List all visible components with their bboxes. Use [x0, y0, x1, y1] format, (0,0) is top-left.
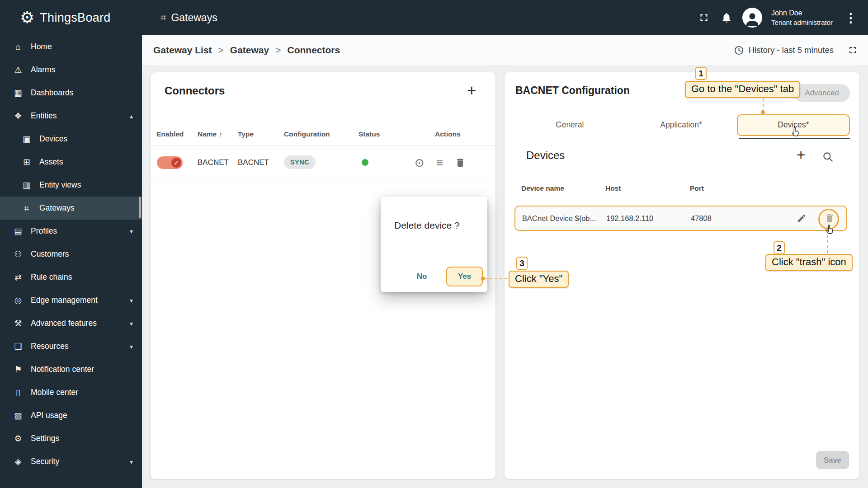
avatar[interactable] [742, 8, 762, 28]
sidebar-scrollbar[interactable] [139, 197, 141, 218]
breadcrumb-actions: History - last 5 minutes [734, 45, 858, 56]
gateways-icon: ⌗ [21, 203, 33, 213]
mobile-center-icon: ▯ [12, 387, 24, 398]
advanced-mode-toggle[interactable]: Advanced [794, 84, 850, 102]
dialog-yes-button[interactable]: Yes [446, 267, 483, 286]
save-button[interactable]: Save [816, 451, 849, 469]
sidebar-item-mobile-center[interactable]: ▯Mobile center [0, 381, 142, 404]
chevron-down-icon: ▾ [130, 228, 133, 235]
sidebar-item-home[interactable]: ⌂Home [0, 35, 142, 58]
sidebar-item-customers[interactable]: ⚇Customers [0, 243, 142, 266]
logs-icon[interactable]: ≡ [436, 157, 443, 169]
sidebar-item-gateways[interactable]: ⌗Gateways [0, 197, 142, 220]
sidebar-item-devices[interactable]: ▣Devices [0, 127, 142, 150]
topbar-actions: John Doe Tenant administrator ⋮ [697, 0, 860, 35]
history-range-label: History - last 5 minutes [749, 45, 834, 55]
history-range-button[interactable]: History - last 5 minutes [734, 45, 834, 56]
edit-device-icon[interactable] [797, 213, 807, 223]
sidebar-item-api-usage[interactable]: ▨API usage [0, 404, 142, 427]
col-status: Status [359, 123, 380, 145]
dialog-no-button[interactable]: No [407, 267, 437, 286]
connector-type: BACNET [238, 145, 269, 179]
device-name: BACnet Device ${ob... [522, 206, 596, 230]
sidebar-item-security[interactable]: ◈Security▾ [0, 450, 142, 473]
sidebar-item-settings[interactable]: ⚙Settings [0, 427, 142, 450]
sidebar-item-rule-chains[interactable]: ⇄Rule chains [0, 266, 142, 289]
breadcrumb-separator: > [275, 45, 281, 56]
annotation-connector-line [763, 99, 764, 112]
col-name[interactable]: Name↑ [198, 123, 222, 145]
advanced-features-icon: ⚒ [12, 318, 24, 328]
breadcrumb-gateway-list[interactable]: Gateway List [153, 45, 212, 56]
clock-icon [734, 45, 744, 56]
tab-general[interactable]: General [514, 111, 625, 139]
connectors-title: Connectors [165, 84, 225, 97]
chevron-down-icon: ▾ [130, 320, 133, 327]
chevron-down-icon: ▾ [130, 458, 133, 465]
thingsboard-logo[interactable]: ⚙ ThingsBoard [20, 0, 111, 35]
device-row[interactable]: BACnet Device ${ob... 192.168.2.110 4780… [514, 206, 847, 231]
sidebar-item-edge-management[interactable]: ◎Edge management▾ [0, 289, 142, 312]
sidebar-item-profiles[interactable]: ▤Profiles▾ [0, 220, 142, 243]
col-actions: Actions [435, 123, 461, 145]
assets-icon: ⊞ [21, 157, 33, 167]
chevron-down-icon: ▾ [130, 343, 133, 350]
app-title: ThingsBoard [40, 11, 110, 25]
edge-management-icon: ◎ [12, 295, 24, 305]
annotation-step-1-label: Go to the "Devices" tab [685, 81, 800, 98]
connector-row-bacnet[interactable]: ✓ BACNET BACNET SYNC ⊙ ≡ [151, 145, 495, 179]
customers-icon: ⚇ [12, 249, 24, 259]
security-icon: ◈ [12, 456, 24, 467]
sidebar: ⌂Home ⚠Alarms ▦Dashboards ❖Entities▴ ▣De… [0, 35, 142, 488]
cursor-icon [790, 126, 802, 139]
add-connector-icon[interactable]: + [467, 81, 476, 99]
topbar: ⚙ ThingsBoard ⌗ Gateways John Doe Tenant… [0, 0, 868, 35]
resources-icon: ❏ [12, 341, 24, 352]
cursor-icon [825, 223, 836, 237]
bacnet-configuration-title: BACNET Configuration [515, 84, 630, 97]
col-configuration: Configuration [284, 123, 330, 145]
devices-table-header: Device name Host Port [505, 184, 859, 198]
page-title: Gateways [171, 12, 217, 24]
delete-device-dialog: Delete device ? No Yes [381, 197, 487, 292]
delete-connector-icon[interactable] [455, 157, 466, 168]
gateways-icon: ⌗ [160, 12, 166, 23]
col-device-name: Device name [521, 184, 564, 192]
notifications-bell-icon[interactable] [720, 11, 733, 24]
sidebar-item-alarms[interactable]: ⚠Alarms [0, 58, 142, 81]
user-role: Tenant administrator [771, 18, 833, 27]
sync-chip: SYNC [284, 155, 316, 169]
breadcrumb: Gateway List > Gateway > Connectors [153, 45, 340, 56]
thingsboard-app: ⚙ ThingsBoard ⌗ Gateways John Doe Tenant… [0, 0, 868, 488]
breadcrumb-gateway[interactable]: Gateway [230, 45, 269, 56]
sidebar-item-resources[interactable]: ❏Resources▾ [0, 335, 142, 358]
annotation-step-3-label: Click "Yes" [509, 271, 569, 288]
device-port: 47808 [691, 206, 712, 230]
sidebar-item-entities[interactable]: ❖Entities▴ [0, 104, 142, 127]
device-host: 192.168.2.110 [606, 206, 653, 230]
enabled-toggle[interactable]: ✓ [157, 156, 183, 169]
settings-icon: ⚙ [12, 433, 24, 444]
col-host: Host [605, 184, 621, 192]
search-icon[interactable] [822, 151, 834, 163]
breadcrumb-separator: > [218, 45, 224, 56]
entity-views-icon: ▥ [21, 180, 33, 190]
entities-icon: ❖ [12, 111, 24, 121]
devices-section-title: Devices [526, 149, 565, 162]
sidebar-item-dashboards[interactable]: ▦Dashboards [0, 81, 142, 104]
main-content: Connectors + Enabled Name↑ Type Configur… [142, 65, 868, 488]
sidebar-item-notification-center[interactable]: ⚑Notification center [0, 358, 142, 381]
sidebar-item-entity-views[interactable]: ▥Entity views [0, 174, 142, 197]
annotation-step-2-number: 2 [774, 241, 785, 254]
col-type: Type [238, 123, 254, 145]
fullscreen-icon[interactable] [697, 11, 711, 24]
sidebar-item-assets[interactable]: ⊞Assets [0, 150, 142, 174]
more-vert-icon[interactable]: ⋮ [842, 10, 860, 25]
sidebar-item-advanced-features[interactable]: ⚒Advanced features▾ [0, 312, 142, 335]
tab-application[interactable]: Application* [625, 111, 736, 139]
status-ok-dot [362, 159, 368, 166]
add-device-icon[interactable]: + [797, 146, 805, 164]
user-info: John Doe Tenant administrator [771, 9, 833, 27]
rpc-icon[interactable]: ⊙ [415, 157, 425, 169]
fullscreen-icon[interactable] [847, 45, 858, 56]
